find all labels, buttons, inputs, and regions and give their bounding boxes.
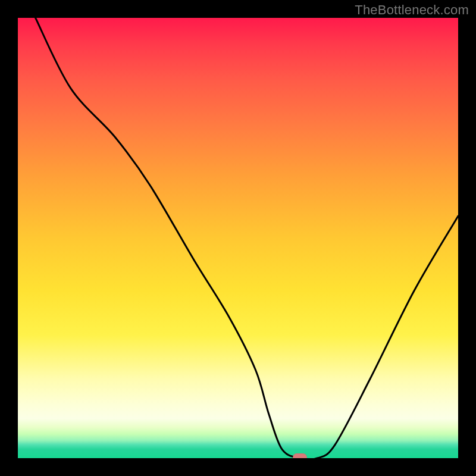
bottleneck-curve xyxy=(18,18,458,458)
watermark-label: TheBottleneck.com xyxy=(355,2,469,18)
plot-area xyxy=(18,18,458,458)
chart-container: TheBottleneck.com xyxy=(0,0,476,476)
minimum-marker xyxy=(293,453,307,458)
